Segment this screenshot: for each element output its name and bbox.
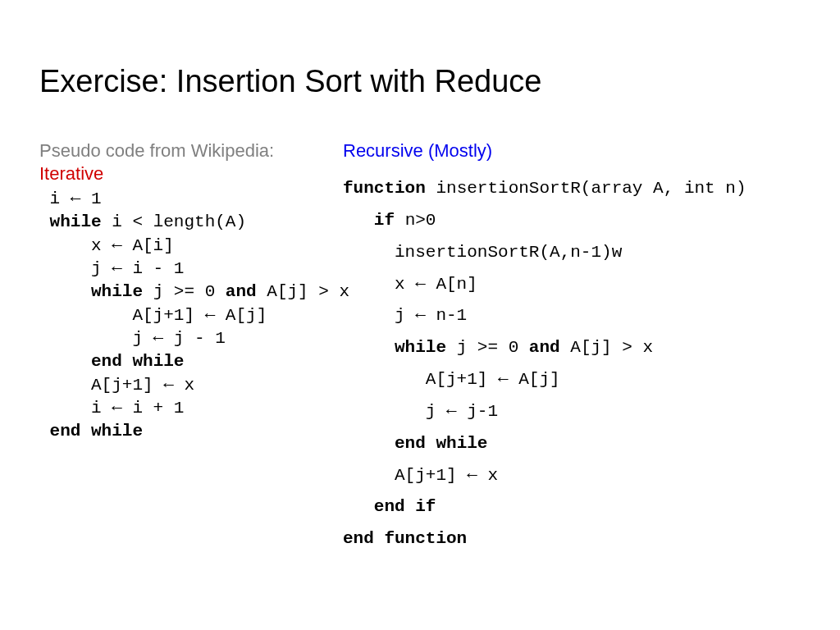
code-token: and	[529, 338, 560, 357]
code-token: A[j+1] ← x	[343, 466, 498, 485]
left-column: Pseudo code from Wikipedia: Iterative i …	[39, 140, 335, 444]
code-token: i < length(A)	[102, 212, 246, 231]
code-line: i ← 1	[39, 188, 335, 211]
code-token: while	[395, 338, 446, 357]
code-token: end function	[343, 529, 467, 548]
code-line: while j >= 0 and A[j] > x	[343, 332, 801, 364]
code-line: i ← i + 1	[39, 397, 335, 420]
code-line: A[j+1] ← A[j]	[343, 364, 801, 396]
code-token: while	[50, 212, 102, 231]
code-line: j ← n-1	[343, 300, 801, 332]
code-token	[39, 212, 50, 231]
code-token	[39, 352, 91, 371]
code-line: A[j+1] ← A[j]	[39, 304, 335, 327]
right-column: Recursive (Mostly) function insertionSor…	[335, 140, 801, 555]
code-token: and	[226, 282, 257, 301]
pseudocode-iterative: i ← 1 while i < length(A) x ← A[i] j ← i…	[39, 188, 335, 444]
code-line: j ← j-1	[343, 396, 801, 428]
code-line: end while	[39, 350, 335, 373]
code-token: end while	[50, 422, 143, 441]
code-line: j ← j - 1	[39, 327, 335, 350]
code-token: insertionSortR(A,n-1)w	[343, 243, 622, 262]
code-token: j >= 0	[446, 338, 529, 357]
code-token: j ← n-1	[343, 306, 467, 325]
code-line: A[j+1] ← x	[343, 460, 801, 492]
code-line: A[j+1] ← x	[39, 374, 335, 397]
code-token: i ← 1	[39, 189, 102, 208]
code-token: function	[343, 179, 426, 198]
code-token: insertionSortR(array A, int n)	[426, 179, 746, 198]
code-token: x ← A[n]	[343, 275, 477, 294]
code-token	[343, 434, 395, 453]
code-token: j ← j - 1	[39, 329, 226, 348]
code-line: end while	[343, 428, 801, 460]
code-token	[39, 282, 91, 301]
code-token: i ← i + 1	[39, 399, 184, 418]
code-line: if n>0	[343, 205, 801, 237]
code-line: x ← A[i]	[39, 235, 335, 258]
code-token: x ← A[i]	[39, 236, 174, 255]
code-token	[39, 422, 50, 441]
code-line: end while	[39, 420, 335, 443]
pseudocode-recursive: function insertionSortR(array A, int n) …	[343, 173, 801, 555]
code-token	[343, 211, 374, 230]
slide-root: Exercise: Insertion Sort with Reduce Pse…	[0, 0, 840, 630]
code-token: j >= 0	[143, 282, 226, 301]
source-label: Pseudo code from Wikipedia:	[39, 140, 335, 162]
code-line: x ← A[n]	[343, 269, 801, 301]
code-token: A[j+1] ← A[j]	[343, 370, 560, 389]
code-token	[343, 497, 374, 516]
code-token: A[j+1] ← x	[39, 376, 194, 395]
code-token: end while	[395, 434, 487, 453]
code-token: while	[91, 282, 143, 301]
code-line: while i < length(A)	[39, 211, 335, 234]
variant-label-recursive: Recursive (Mostly)	[343, 140, 801, 162]
code-line: insertionSortR(A,n-1)w	[343, 237, 801, 269]
code-token: if	[374, 211, 395, 230]
variant-label-iterative: Iterative	[39, 163, 335, 185]
code-line: while j >= 0 and A[j] > x	[39, 281, 335, 304]
code-token: j ← i - 1	[39, 259, 184, 278]
code-line: end function	[343, 523, 801, 555]
slide-title: Exercise: Insertion Sort with Reduce	[39, 64, 801, 99]
columns: Pseudo code from Wikipedia: Iterative i …	[39, 140, 801, 555]
code-token: end if	[374, 497, 436, 516]
code-token: end while	[91, 352, 184, 371]
code-token: n>0	[395, 211, 436, 230]
code-token: A[j+1] ← A[j]	[39, 306, 267, 325]
code-line: j ← i - 1	[39, 258, 335, 281]
code-line: end if	[343, 491, 801, 523]
code-token	[343, 338, 395, 357]
code-line: function insertionSortR(array A, int n)	[343, 173, 801, 205]
code-token: j ← j-1	[343, 402, 498, 421]
code-token: A[j] > x	[560, 338, 653, 357]
